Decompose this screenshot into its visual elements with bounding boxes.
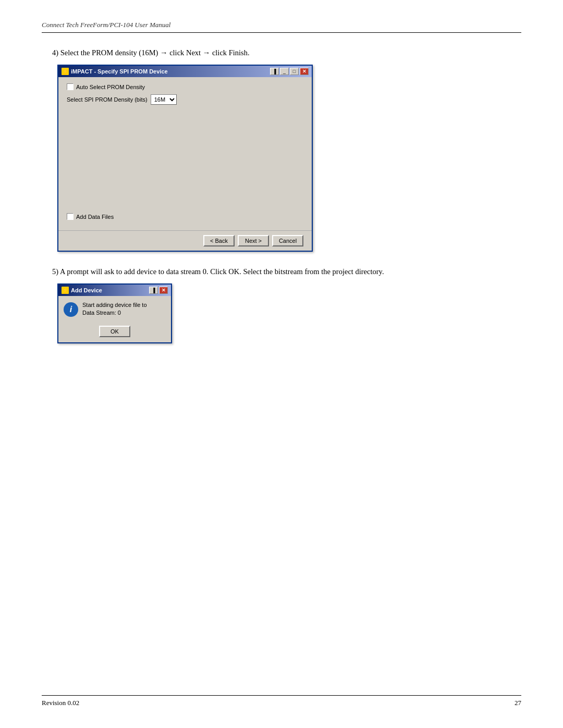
page-container: Connect Tech FreeForm/PCI-104 User Manua… bbox=[0, 0, 563, 728]
density-select[interactable]: 16M 8M 4M 2M 1M bbox=[151, 94, 177, 105]
impact-dialog-body: Auto Select PROM Density Select SPI PROM… bbox=[58, 77, 312, 230]
step4-description: Select the PROM density (16M) → click Ne… bbox=[60, 48, 250, 57]
titlebar-left: ⚡ iMPACT - Specify SPI PROM Device bbox=[62, 68, 168, 75]
footer: Revision 0.02 27 bbox=[42, 695, 521, 707]
auto-select-label: Auto Select PROM Density bbox=[76, 84, 145, 90]
add-device-message: Start adding device file to Data Stream:… bbox=[82, 301, 147, 317]
impact-titlebar: ⚡ iMPACT - Specify SPI PROM Device ▐ _ □… bbox=[58, 66, 312, 77]
add-device-footer: OK bbox=[58, 323, 171, 342]
add-device-close-btn[interactable]: ✕ bbox=[159, 287, 168, 294]
add-device-dialog: ⚡ Add Device ▐ ✕ i Start adding device f… bbox=[57, 283, 172, 343]
step5-text: 5) A prompt will ask to add device to da… bbox=[52, 267, 521, 276]
add-files-row: Add Data Files bbox=[67, 213, 303, 220]
add-files-label: Add Data Files bbox=[76, 214, 114, 220]
add-device-title: Add Device bbox=[71, 287, 102, 293]
step5-description: A prompt will ask to add device to data … bbox=[60, 267, 384, 276]
step4-section: 4) Select the PROM density (16M) → click… bbox=[42, 48, 521, 252]
info-icon: i bbox=[64, 302, 78, 317]
step5-section: 5) A prompt will ask to add device to da… bbox=[42, 267, 521, 343]
impact-dialog: ⚡ iMPACT - Specify SPI PROM Device ▐ _ □… bbox=[57, 65, 313, 252]
header-text: Connect Tech FreeForm/PCI-104 User Manua… bbox=[42, 21, 170, 29]
add-device-restore-btn[interactable]: ▐ bbox=[149, 287, 158, 294]
back-button[interactable]: < Back bbox=[203, 235, 235, 246]
step5-number: 5) bbox=[52, 267, 58, 276]
impact-title-icon: ⚡ bbox=[62, 68, 69, 75]
minimize-button[interactable]: _ bbox=[280, 68, 289, 75]
add-device-titlebar-left: ⚡ Add Device bbox=[62, 287, 102, 294]
page-number: 27 bbox=[515, 699, 521, 707]
density-label: Select SPI PROM Density (bits) bbox=[67, 96, 148, 103]
ok-button[interactable]: OK bbox=[99, 326, 130, 337]
auto-select-checkbox[interactable] bbox=[67, 83, 74, 90]
next-button[interactable]: Next > bbox=[238, 235, 269, 246]
revision-text: Revision 0.02 bbox=[42, 699, 79, 707]
auto-select-row: Auto Select PROM Density bbox=[67, 83, 303, 90]
add-device-title-icon: ⚡ bbox=[62, 287, 69, 294]
add-device-titlebar-buttons: ▐ ✕ bbox=[149, 287, 168, 294]
header-line: Connect Tech FreeForm/PCI-104 User Manua… bbox=[42, 21, 521, 33]
restore-button[interactable]: ▐ bbox=[270, 68, 279, 75]
add-device-body: i Start adding device file to Data Strea… bbox=[58, 296, 171, 323]
titlebar-buttons: ▐ _ □ ✕ bbox=[270, 68, 309, 75]
impact-dialog-footer: < Back Next > Cancel bbox=[58, 230, 312, 251]
step4-text: 4) Select the PROM density (16M) → click… bbox=[52, 48, 521, 57]
message-line1: Start adding device file to bbox=[82, 301, 147, 309]
step4-number: 4) bbox=[52, 48, 58, 57]
add-files-checkbox[interactable] bbox=[67, 213, 74, 220]
message-line2: Data Stream: 0 bbox=[82, 309, 147, 317]
add-device-titlebar: ⚡ Add Device ▐ ✕ bbox=[58, 285, 171, 296]
dialog-spacer bbox=[67, 109, 303, 213]
cancel-button[interactable]: Cancel bbox=[272, 235, 303, 246]
density-row: Select SPI PROM Density (bits) 16M 8M 4M… bbox=[67, 94, 303, 105]
impact-dialog-title: iMPACT - Specify SPI PROM Device bbox=[71, 68, 168, 75]
close-button[interactable]: ✕ bbox=[300, 68, 309, 75]
maximize-button[interactable]: □ bbox=[290, 68, 299, 75]
